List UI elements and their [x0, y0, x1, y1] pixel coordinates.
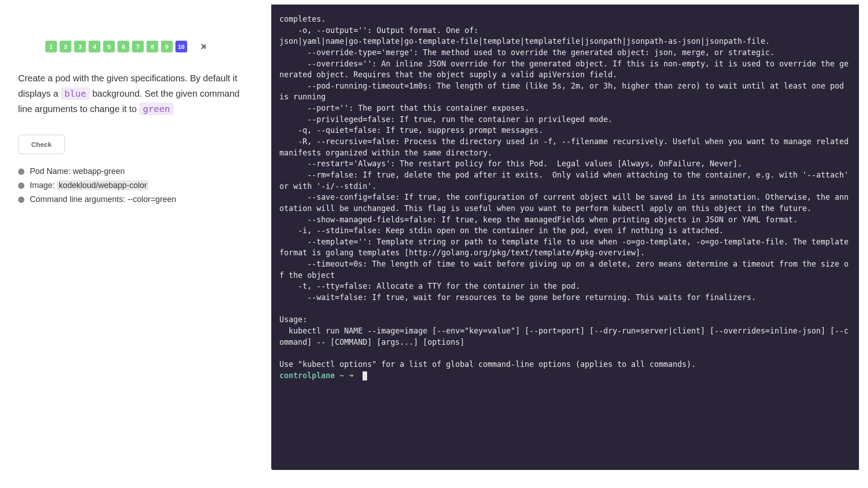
next-step-button[interactable]: [199, 42, 208, 51]
step-1[interactable]: 1: [45, 41, 57, 52]
task-panel: 12345678910 Create a pod with the given …: [0, 0, 271, 488]
terminal[interactable]: completes. -o, --output='': Output forma…: [271, 5, 859, 470]
step-6[interactable]: 6: [118, 41, 129, 52]
requirement-item: Command line arguments: --color=green: [18, 195, 253, 204]
task-description: Create a pod with the given specificatio…: [18, 70, 253, 117]
step-5[interactable]: 5: [103, 41, 115, 52]
step-navigation: 12345678910: [18, 41, 253, 52]
requirement-item: Pod Name: webapp-green: [18, 167, 253, 176]
requirement-text: Command line arguments: --color=green: [30, 195, 176, 204]
bullet-icon: [18, 169, 24, 175]
terminal-output: completes. -o, --output='': Output forma…: [279, 14, 853, 369]
requirement-text: Image: kodekloud/webapp-color: [30, 181, 149, 190]
requirement-text: Pod Name: webapp-green: [30, 167, 125, 176]
prompt-arrow: ➜: [349, 371, 354, 380]
step-10[interactable]: 10: [175, 41, 187, 52]
check-button[interactable]: Check: [18, 135, 65, 154]
step-2[interactable]: 2: [60, 41, 71, 52]
step-4[interactable]: 4: [89, 41, 100, 52]
bullet-icon: [18, 183, 24, 189]
requirements-list: Pod Name: webapp-greenImage: kodekloud/w…: [18, 167, 253, 204]
step-9[interactable]: 9: [161, 41, 173, 52]
color-chip-green: green: [139, 103, 174, 115]
step-3[interactable]: 3: [74, 41, 86, 52]
terminal-cursor: [363, 371, 367, 380]
requirement-item: Image: kodekloud/webapp-color: [18, 181, 253, 190]
step-8[interactable]: 8: [146, 41, 158, 52]
prompt-host: controlplane: [279, 371, 335, 380]
step-7[interactable]: 7: [132, 41, 144, 52]
color-chip-blue: blue: [61, 87, 90, 100]
prompt-path: ~: [340, 371, 344, 380]
bullet-icon: [18, 197, 24, 203]
